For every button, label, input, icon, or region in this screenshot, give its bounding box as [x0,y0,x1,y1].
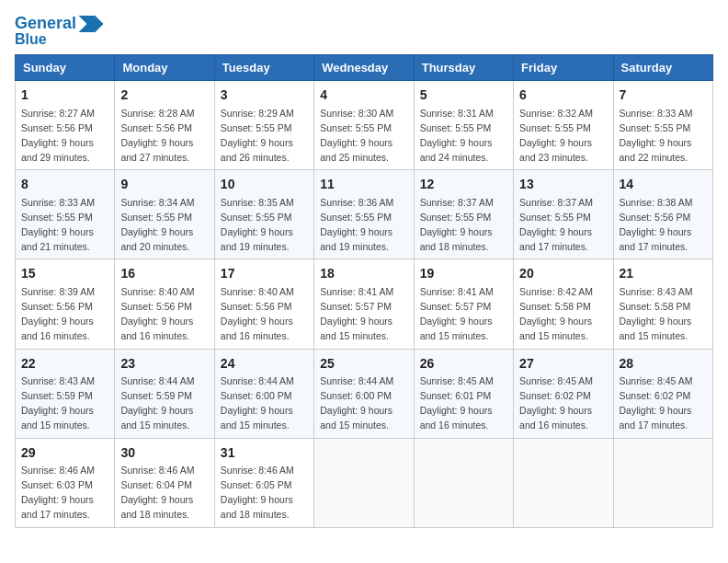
day-number: 26 [420,354,507,373]
calendar-cell: 31 Sunrise: 8:46 AMSunset: 6:05 PMDaylig… [214,438,313,527]
day-info: Sunrise: 8:40 AMSunset: 5:56 PMDaylight:… [120,286,194,341]
calendar-week-row: 1 Sunrise: 8:27 AMSunset: 5:56 PMDayligh… [16,81,713,170]
day-number: 17 [221,264,308,282]
day-info: Sunrise: 8:32 AMSunset: 5:55 PMDaylight:… [519,108,593,163]
calendar-cell: 28 Sunrise: 8:45 AMSunset: 6:02 PMDaylig… [613,349,712,438]
day-info: Sunrise: 8:38 AMSunset: 5:56 PMDaylight:… [620,197,693,252]
svg-marker-0 [79,16,104,32]
day-info: Sunrise: 8:46 AMSunset: 6:04 PMDaylight:… [120,465,194,520]
day-number: 6 [519,86,607,104]
day-info: Sunrise: 8:33 AMSunset: 5:55 PMDaylight:… [620,108,693,163]
day-info: Sunrise: 8:28 AMSunset: 5:56 PMDaylight:… [120,108,194,163]
day-number: 27 [519,354,607,373]
day-info: Sunrise: 8:41 AMSunset: 5:57 PMDaylight:… [320,286,393,341]
day-info: Sunrise: 8:44 AMSunset: 6:00 PMDaylight:… [320,375,393,431]
day-number: 29 [21,443,108,462]
calendar-cell: 8 Sunrise: 8:33 AMSunset: 5:55 PMDayligh… [16,170,115,259]
calendar-cell: 1 Sunrise: 8:27 AMSunset: 5:56 PMDayligh… [16,81,115,170]
calendar-cell: 12 Sunrise: 8:37 AMSunset: 5:55 PMDaylig… [414,170,513,259]
day-number: 13 [519,175,607,193]
day-number: 28 [620,354,707,373]
calendar-cell: 24 Sunrise: 8:44 AMSunset: 6:00 PMDaylig… [214,349,313,438]
calendar-week-row: 29 Sunrise: 8:46 AMSunset: 6:03 PMDaylig… [16,438,713,527]
calendar-cell: 25 Sunrise: 8:44 AMSunset: 6:00 PMDaylig… [314,349,414,438]
day-info: Sunrise: 8:37 AMSunset: 5:55 PMDaylight:… [519,197,593,252]
header-tuesday: Tuesday [214,55,313,81]
calendar-cell: 20 Sunrise: 8:42 AMSunset: 5:58 PMDaylig… [514,259,613,349]
day-number: 23 [120,354,208,373]
day-info: Sunrise: 8:43 AMSunset: 5:59 PMDaylight:… [21,375,95,431]
logo-subtext: Blue [15,31,47,48]
calendar-cell: 9 Sunrise: 8:34 AMSunset: 5:55 PMDayligh… [115,170,214,259]
day-number: 12 [420,175,507,193]
calendar-cell: 13 Sunrise: 8:37 AMSunset: 5:55 PMDaylig… [514,170,613,259]
day-info: Sunrise: 8:46 AMSunset: 6:03 PMDaylight:… [21,465,95,520]
header-sunday: Sunday [16,55,115,81]
day-info: Sunrise: 8:37 AMSunset: 5:55 PMDaylight:… [420,197,494,252]
day-number: 22 [21,354,108,373]
day-info: Sunrise: 8:27 AMSunset: 5:56 PMDaylight:… [21,108,95,163]
day-info: Sunrise: 8:46 AMSunset: 6:05 PMDaylight:… [221,465,294,520]
calendar-header-row: SundayMondayTuesdayWednesdayThursdayFrid… [16,55,713,81]
day-info: Sunrise: 8:36 AMSunset: 5:55 PMDaylight:… [320,197,393,252]
page-header: General Blue [15,15,713,47]
day-info: Sunrise: 8:35 AMSunset: 5:55 PMDaylight:… [221,197,294,252]
day-number: 10 [221,175,308,193]
day-number: 25 [320,354,407,373]
calendar-cell: 16 Sunrise: 8:40 AMSunset: 5:56 PMDaylig… [115,259,214,349]
calendar-week-row: 15 Sunrise: 8:39 AMSunset: 5:56 PMDaylig… [16,259,713,349]
header-thursday: Thursday [414,55,513,81]
calendar-cell: 21 Sunrise: 8:43 AMSunset: 5:58 PMDaylig… [613,259,712,349]
calendar-cell [414,438,513,527]
logo: General Blue [15,15,104,47]
header-monday: Monday [115,55,214,81]
day-number: 4 [320,86,407,104]
day-number: 30 [120,443,208,462]
day-number: 5 [420,86,507,104]
day-number: 24 [221,354,308,373]
day-info: Sunrise: 8:31 AMSunset: 5:55 PMDaylight:… [420,108,494,163]
day-info: Sunrise: 8:43 AMSunset: 5:58 PMDaylight:… [620,286,693,341]
calendar-cell: 29 Sunrise: 8:46 AMSunset: 6:03 PMDaylig… [16,438,115,527]
day-number: 3 [221,86,308,104]
calendar-cell: 4 Sunrise: 8:30 AMSunset: 5:55 PMDayligh… [314,81,414,170]
day-info: Sunrise: 8:42 AMSunset: 5:58 PMDaylight:… [519,286,593,341]
header-saturday: Saturday [613,55,712,81]
calendar-cell: 18 Sunrise: 8:41 AMSunset: 5:57 PMDaylig… [314,259,414,349]
day-number: 1 [21,86,108,104]
calendar-cell [314,438,414,527]
calendar-table: SundayMondayTuesdayWednesdayThursdayFrid… [15,54,713,527]
header-friday: Friday [514,55,613,81]
day-number: 2 [120,86,208,104]
day-info: Sunrise: 8:39 AMSunset: 5:56 PMDaylight:… [21,286,95,341]
day-info: Sunrise: 8:44 AMSunset: 6:00 PMDaylight:… [221,375,294,431]
calendar-cell: 15 Sunrise: 8:39 AMSunset: 5:56 PMDaylig… [16,259,115,349]
calendar-cell: 26 Sunrise: 8:45 AMSunset: 6:01 PMDaylig… [414,349,513,438]
day-info: Sunrise: 8:45 AMSunset: 6:01 PMDaylight:… [420,375,494,431]
day-info: Sunrise: 8:30 AMSunset: 5:55 PMDaylight:… [320,108,393,163]
day-number: 8 [21,175,108,193]
calendar-cell: 22 Sunrise: 8:43 AMSunset: 5:59 PMDaylig… [16,349,115,438]
day-info: Sunrise: 8:34 AMSunset: 5:55 PMDaylight:… [120,197,194,252]
calendar-cell: 23 Sunrise: 8:44 AMSunset: 5:59 PMDaylig… [115,349,214,438]
day-number: 14 [620,175,707,193]
day-info: Sunrise: 8:44 AMSunset: 5:59 PMDaylight:… [120,375,194,431]
day-info: Sunrise: 8:33 AMSunset: 5:55 PMDaylight:… [21,197,95,252]
day-number: 20 [519,264,607,282]
day-info: Sunrise: 8:45 AMSunset: 6:02 PMDaylight:… [620,375,693,431]
calendar-cell: 14 Sunrise: 8:38 AMSunset: 5:56 PMDaylig… [613,170,712,259]
calendar-cell: 5 Sunrise: 8:31 AMSunset: 5:55 PMDayligh… [414,81,513,170]
day-number: 18 [320,264,407,282]
day-number: 9 [120,175,208,193]
header-wednesday: Wednesday [314,55,414,81]
day-number: 7 [620,86,707,104]
calendar-week-row: 22 Sunrise: 8:43 AMSunset: 5:59 PMDaylig… [16,349,713,438]
calendar-week-row: 8 Sunrise: 8:33 AMSunset: 5:55 PMDayligh… [16,170,713,259]
calendar-cell: 11 Sunrise: 8:36 AMSunset: 5:55 PMDaylig… [314,170,414,259]
calendar-cell: 10 Sunrise: 8:35 AMSunset: 5:55 PMDaylig… [214,170,313,259]
calendar-cell: 2 Sunrise: 8:28 AMSunset: 5:56 PMDayligh… [115,81,214,170]
day-number: 15 [21,264,108,282]
day-number: 19 [420,264,507,282]
day-number: 11 [320,175,407,193]
day-info: Sunrise: 8:40 AMSunset: 5:56 PMDaylight:… [221,286,294,341]
